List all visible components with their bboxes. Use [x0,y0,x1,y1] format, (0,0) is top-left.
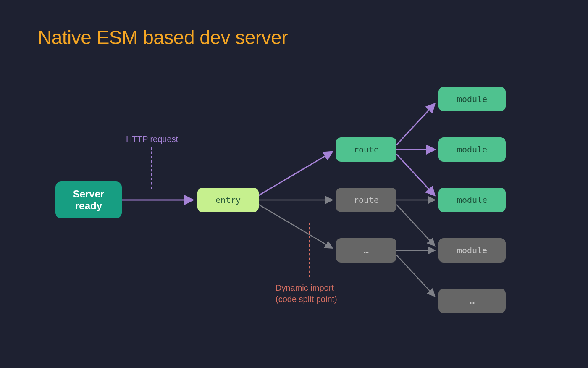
route-inactive-label: route [354,195,379,205]
arrow-entry-ellipsis [259,205,332,248]
module-label-2: module [457,145,487,155]
arrow-route-module1 [396,104,434,145]
module-node-3: module [438,188,506,212]
page-title: Native ESM based dev server [38,26,288,49]
server-ready-node: Server ready [55,181,122,218]
server-ready-label: Server ready [73,188,105,211]
arrow-route-module3 [396,154,434,195]
module-label-1: module [457,94,487,104]
http-request-label: HTTP request [126,134,178,144]
module-node-1: module [438,87,506,111]
ellipsis-label-1: … [364,245,369,255]
dynamic-import-label: Dynamic import (code split point) [276,282,337,305]
arrow-entry-route-active [259,152,332,195]
route-inactive-node: route [336,188,396,212]
module-node-2: module [438,137,506,162]
module-node-4: module [438,238,506,263]
dynamic-import-dash [309,223,310,277]
route-active-node: route [336,137,396,162]
route-active-label: route [354,145,379,155]
ellipsis-node-2: … [438,289,506,313]
module-label-3: module [457,195,487,205]
entry-node: entry [197,188,259,212]
ellipsis-label-2: … [470,296,475,306]
http-request-dash [151,147,152,189]
entry-label: entry [215,195,241,205]
dynamic-import-line2: (code split point) [276,294,337,304]
arrow-route2-module4 [396,205,434,245]
arrow-ell-ell2 [396,255,434,296]
ellipsis-node-1: … [336,238,396,263]
dynamic-import-line1: Dynamic import [276,283,334,292]
module-label-4: module [457,245,487,255]
